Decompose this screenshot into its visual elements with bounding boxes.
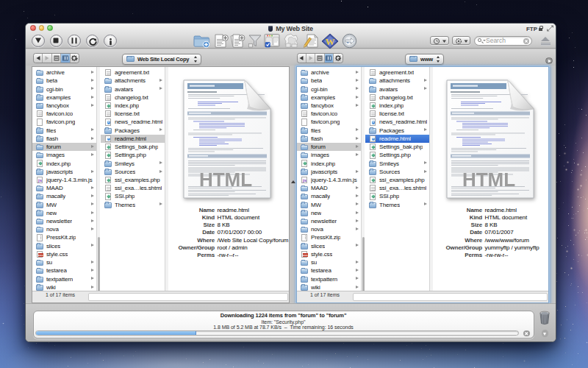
svg-text:HTML: HTML: [462, 169, 515, 191]
svg-text:HTML: HTML: [199, 169, 252, 191]
svg-text:W: W: [326, 36, 335, 47]
